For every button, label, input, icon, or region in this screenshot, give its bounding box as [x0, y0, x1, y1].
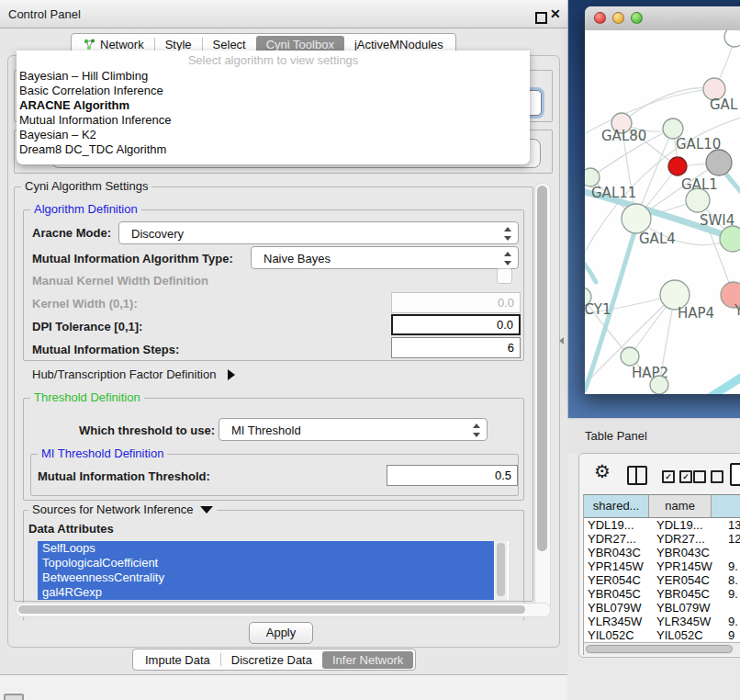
expander-down-icon [200, 506, 213, 514]
checked-columns-icon[interactable]: ✓ ✓ [662, 470, 692, 483]
hub-definition-expander[interactable]: Hub/Transcription Factor Definition [32, 367, 235, 381]
apply-button[interactable]: Apply [249, 622, 313, 644]
network-canvas[interactable]: GALGAL80GAL10GAL1GAL11GAL4SWI4GCY1HAP4YH… [585, 30, 740, 394]
gear-icon[interactable]: ⚙ [594, 462, 611, 480]
expander-right-icon [228, 369, 235, 380]
mi-type-value: Naive Bayes [263, 252, 331, 265]
table-row[interactable]: YDL19...YDL19...13 [584, 518, 740, 532]
algorithm-option[interactable]: Dream8 DC_TDC Algorithm [17, 142, 530, 157]
algorithm-dropdown: Select algorithm to view settings Bayesi… [17, 51, 530, 164]
algorithm-dropdown-placeholder: Select algorithm to view settings [17, 52, 530, 69]
which-threshold-select[interactable]: MI Threshold [219, 418, 488, 441]
network-window-titlebar[interactable] [585, 6, 740, 31]
kernel-width-input[interactable] [391, 292, 521, 313]
algorithm-option[interactable]: Mutual Information Inference [17, 113, 530, 128]
settings-vertical-scrollbar-track[interactable] [534, 183, 551, 616]
stepper-icon [504, 252, 511, 265]
aracne-mode-select[interactable]: Discovery [118, 221, 519, 244]
table-row[interactable]: YPR145WYPR145W9. [584, 559, 740, 573]
graph-node-label: GAL11 [591, 185, 636, 201]
table-cell: 9 [728, 628, 734, 641]
algorithm-option[interactable]: Bayesian – K2 [17, 128, 530, 142]
columns-icon[interactable] [627, 466, 647, 485]
tab-infer-network[interactable]: Infer Network [322, 651, 413, 669]
algorithm-option[interactable]: Basic Correlation Inference [17, 84, 530, 98]
sources-group-title[interactable]: Sources for Network Inference [28, 503, 217, 515]
graph-node[interactable] [668, 157, 687, 175]
attribute-item[interactable]: TopologicalCoefficient [38, 556, 494, 570]
document-icon[interactable] [730, 463, 740, 486]
unchecked-columns-icon[interactable] [693, 470, 723, 483]
settings-horizontal-scrollbar-track[interactable] [16, 603, 551, 617]
algorithm-option[interactable]: Bayesian – Hill Climbing [17, 69, 530, 84]
close-traffic-light[interactable] [594, 12, 606, 24]
mi-steps-label: Mutual Information Steps: [32, 343, 179, 356]
float-window-icon[interactable] [535, 12, 547, 24]
checkbox-checked-icon: ✓ [679, 470, 692, 483]
table-cell: YDR27... [588, 532, 636, 546]
graph-node[interactable] [720, 226, 740, 252]
graph-node[interactable] [724, 30, 740, 47]
table-row[interactable]: YBL079WYBL079W [584, 601, 740, 615]
checkbox-unchecked-icon [693, 470, 706, 483]
graph-node[interactable] [622, 204, 651, 233]
node-table: shared... name YDL19...YDL19...13YDR27..… [583, 494, 740, 655]
graph-node[interactable] [706, 150, 732, 175]
table-cell: YBL079W [656, 601, 711, 615]
attribute-item[interactable]: gal4RGexp [38, 585, 494, 600]
network-tab-icon [84, 39, 95, 51]
algorithm-dropdown-list: Bayesian – Hill ClimbingBasic Correlatio… [17, 69, 530, 157]
graph-node-label: HAP4 [678, 305, 714, 322]
table-cell: 9. [728, 559, 738, 573]
attribute-item[interactable]: BetweennessCentrality [38, 570, 494, 585]
graph-node[interactable] [585, 168, 600, 186]
data-attributes-list[interactable]: SelfLoopsTopologicalCoefficientBetweenne… [38, 541, 509, 600]
mi-threshold-label: Mutual Information Threshold: [38, 469, 210, 483]
split-pane-handle[interactable] [559, 337, 564, 344]
zoom-traffic-light[interactable] [631, 12, 643, 24]
network-view-window: GALGAL80GAL10GAL1GAL11GAL4SWI4GCY1HAP4YH… [585, 6, 740, 394]
table-cell: YBR045C [656, 587, 710, 601]
table-row[interactable]: YDR27...YDR27...12 [584, 532, 740, 546]
graph-node[interactable] [650, 376, 668, 394]
table-row[interactable]: YIL052CYIL052C9 [584, 628, 740, 641]
tab-impute-data[interactable]: Impute Data [135, 651, 220, 669]
graph-node-label: GAL [710, 96, 738, 113]
mi-threshold-input[interactable] [387, 465, 518, 486]
settings-horizontal-scrollbar-thumb[interactable] [18, 605, 525, 614]
table-cell: YBR043C [588, 546, 641, 559]
table-cell: 12 [728, 532, 740, 546]
table-horizontal-scrollbar-thumb[interactable] [586, 645, 733, 653]
graph-node[interactable] [621, 347, 639, 366]
table-row[interactable]: YLR345WYLR345W9. [584, 615, 740, 628]
table-cell: YDL19... [588, 518, 634, 532]
table-row[interactable]: YBR045CYBR045C9. [584, 587, 740, 601]
tab-discretize-data[interactable]: Discretize Data [221, 651, 322, 669]
control-panel-window: Control Panel ✕ Network Style Select C [0, 0, 568, 675]
mi-steps-input[interactable] [391, 337, 521, 358]
dpi-tolerance-input[interactable] [391, 314, 521, 335]
manual-kernel-checkbox[interactable] [497, 268, 512, 284]
table-cell: YER054C [656, 573, 710, 587]
close-icon[interactable]: ✕ [550, 6, 561, 21]
table-horizontal-scrollbar-track[interactable] [584, 642, 740, 655]
settings-vertical-scrollbar-thumb[interactable] [537, 186, 547, 551]
table-row[interactable]: YER054CYER054C8. [584, 573, 740, 587]
minimize-traffic-light[interactable] [612, 12, 624, 24]
table-row[interactable]: YBR043CYBR043C [584, 546, 740, 559]
mi-type-label: Mutual Information Algorithm Type: [32, 252, 233, 265]
algorithm-option[interactable]: ARACNE Algorithm [17, 98, 530, 113]
mi-algorithm-type-select[interactable]: Naive Bayes [251, 246, 519, 269]
network-graph[interactable]: GALGAL80GAL10GAL1GAL11GAL4SWI4GCY1HAP4YH… [585, 30, 740, 394]
attributes-scrollbar-thumb[interactable] [497, 543, 505, 596]
column-header-clipped[interactable] [712, 495, 740, 517]
attribute-item[interactable]: SelfLoops [38, 541, 494, 556]
mi-threshold-definition-title: MI Threshold Definition [38, 447, 167, 459]
attributes-scrollbar-track[interactable] [495, 541, 507, 600]
graph-node-label: GAL80 [601, 128, 646, 144]
minimized-panel-icon[interactable] [4, 694, 24, 700]
table-cell: YPR145W [656, 559, 712, 573]
column-header-name[interactable]: name [649, 495, 712, 517]
table-panel-titlebar: Table Panel [567, 418, 740, 453]
column-header-shared-name[interactable]: shared... [584, 495, 649, 517]
